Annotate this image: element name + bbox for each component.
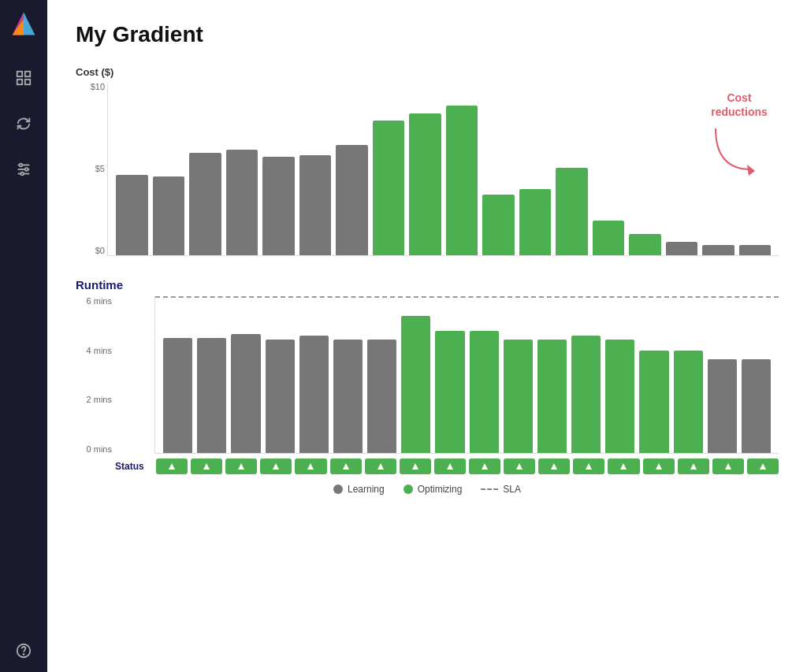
runtime-bar [639, 351, 668, 453]
app-logo [9, 9, 38, 38]
page-title: My Gradient [76, 22, 779, 47]
svg-rect-5 [25, 72, 30, 76]
status-badge [365, 459, 396, 474]
status-badge [712, 459, 744, 474]
runtime-bars [155, 296, 779, 453]
cost-annotation: Costreductions [708, 91, 771, 180]
svg-marker-30 [620, 463, 627, 470]
status-badge [643, 459, 675, 474]
status-row: Status [115, 459, 779, 474]
status-badges [156, 459, 779, 474]
sidebar-item-sync[interactable] [12, 112, 35, 136]
runtime-bar [333, 340, 363, 453]
legend: Learning Optimizing SLA [76, 484, 779, 495]
status-badge [678, 459, 709, 474]
status-badge [747, 459, 779, 474]
status-badge [295, 459, 326, 474]
svg-marker-19 [238, 463, 244, 470]
cost-bars [108, 83, 779, 255]
status-badge [469, 459, 500, 474]
runtime-bar [163, 338, 192, 453]
cost-y-axis: $10 $5 $0 [76, 83, 105, 255]
svg-rect-4 [17, 72, 22, 76]
main-content: My Gradient Cost ($) $10 $5 $0 Costreduc… [47, 0, 807, 672]
sidebar-item-dashboard[interactable] [12, 66, 35, 90]
status-badge [608, 459, 639, 474]
runtime-bar [470, 331, 499, 453]
cost-bar [189, 153, 221, 255]
status-label: Status [115, 461, 153, 472]
runtime-chart-container: 6 mins 4 mins 2 mins 0 mins [115, 296, 779, 454]
cost-bar [226, 150, 258, 255]
status-badge [330, 459, 362, 474]
runtime-bar [674, 351, 703, 453]
cost-bar [153, 176, 185, 255]
cost-chart-container: $10 $5 $0 Costreductions [76, 83, 779, 256]
sidebar [0, 0, 47, 672]
annotation-text: Costreductions [708, 91, 771, 119]
svg-marker-28 [551, 463, 557, 470]
runtime-bar [571, 336, 601, 453]
cost-bar [299, 155, 332, 255]
svg-rect-6 [17, 80, 22, 84]
svg-marker-22 [343, 463, 349, 470]
status-badge [434, 459, 466, 474]
cost-bar [116, 175, 148, 255]
svg-marker-23 [377, 463, 384, 470]
cost-chart-label: Cost ($) [76, 66, 779, 78]
legend-sla: SLA [481, 484, 521, 495]
cost-bar [666, 242, 698, 255]
runtime-bar [435, 331, 464, 453]
runtime-bar [742, 359, 771, 453]
runtime-y-axis: 6 mins 4 mins 2 mins 0 mins [76, 296, 112, 454]
cost-bar [446, 106, 478, 255]
svg-marker-34 [760, 463, 766, 470]
runtime-bar [537, 340, 567, 453]
status-badge [573, 459, 604, 474]
status-badge [504, 459, 535, 474]
cost-bar [373, 121, 405, 255]
svg-marker-20 [273, 463, 279, 470]
svg-point-11 [20, 164, 23, 167]
svg-marker-16 [747, 165, 755, 176]
annotation-arrow [708, 122, 771, 177]
svg-marker-2 [24, 13, 35, 35]
runtime-bar [231, 334, 260, 453]
cost-bar [519, 189, 552, 255]
svg-marker-31 [656, 463, 662, 470]
status-badge [260, 459, 292, 474]
svg-marker-25 [447, 463, 453, 470]
runtime-bar [367, 340, 396, 453]
cost-bar [702, 245, 734, 255]
runtime-bar [266, 340, 295, 453]
svg-marker-18 [203, 463, 210, 470]
sidebar-item-settings[interactable] [12, 158, 35, 181]
runtime-bar [504, 340, 533, 453]
legend-optimizing: Optimizing [404, 484, 463, 495]
svg-point-12 [25, 168, 28, 171]
runtime-chart [154, 296, 779, 454]
svg-marker-32 [690, 463, 697, 470]
svg-marker-29 [586, 463, 592, 470]
svg-marker-33 [725, 463, 731, 470]
svg-rect-7 [25, 80, 30, 84]
learning-label: Learning [348, 484, 385, 495]
status-badge [191, 459, 222, 474]
status-badge [538, 459, 570, 474]
svg-marker-21 [307, 463, 314, 470]
runtime-bar [605, 340, 634, 453]
sla-line [155, 296, 779, 298]
optimizing-dot [404, 485, 413, 494]
optimizing-label: Optimizing [418, 484, 463, 495]
status-badge [400, 459, 431, 474]
runtime-bar [299, 336, 329, 453]
sidebar-item-help[interactable] [12, 639, 35, 663]
svg-marker-27 [516, 463, 523, 470]
cost-bar [556, 168, 588, 255]
runtime-bar [197, 338, 226, 453]
cost-bar [262, 157, 295, 255]
runtime-bar [401, 316, 430, 453]
cost-bar [482, 195, 515, 255]
status-badge [156, 459, 188, 474]
cost-bar [336, 145, 368, 255]
